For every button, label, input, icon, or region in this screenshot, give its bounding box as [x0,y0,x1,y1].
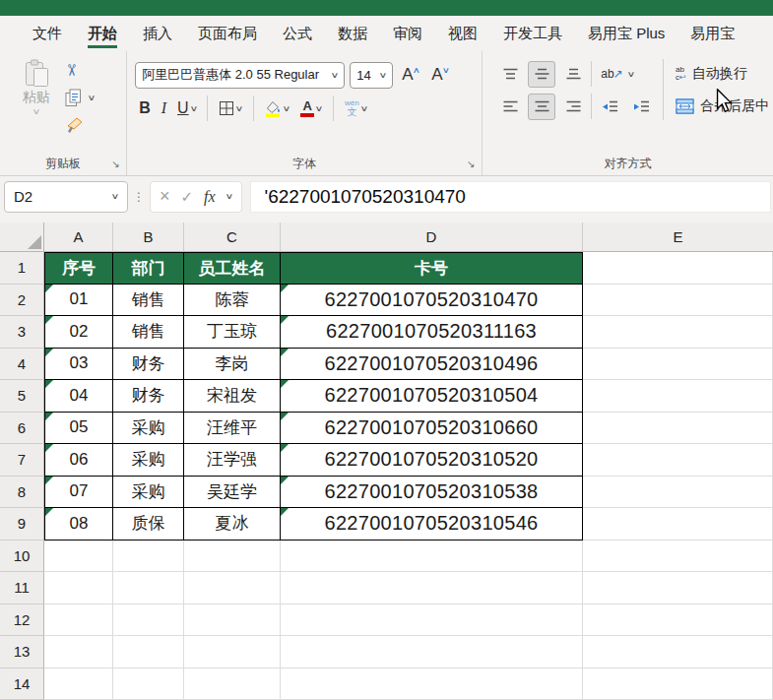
borders-button[interactable]: ∨ [219,100,242,116]
align-left-button[interactable] [496,94,524,120]
font-name-select[interactable]: 阿里巴巴普惠体 2.0 55 Regular ∨ [135,62,345,89]
enter-button[interactable]: ✓ [181,188,194,206]
cell-d7[interactable]: 6227001070520310520 [281,444,583,477]
cancel-button[interactable]: × [160,186,170,207]
cell-a7[interactable]: 06 [44,444,113,477]
cell-a1[interactable]: 序号 [44,252,113,285]
tab-file[interactable]: 文件 [20,16,75,51]
tab-formulas[interactable]: 公式 [270,16,325,51]
phonetic-guide-button[interactable]: wén 文 ∨ [345,99,367,117]
decrease-indent-button[interactable] [596,94,623,120]
align-center-button[interactable] [528,94,555,120]
paste-button[interactable]: 粘贴 ∨ [8,59,65,153]
column-header-d[interactable]: D [281,223,583,252]
cell-empty[interactable] [184,636,281,668]
cell-d6[interactable]: 6227001070520310660 [281,413,583,445]
column-header-c[interactable]: C [184,223,281,252]
cell-empty[interactable] [281,572,583,605]
tab-data[interactable]: 数据 [325,16,380,51]
font-size-select[interactable]: 14 ∨ [350,62,393,89]
cell-empty[interactable] [184,605,281,637]
cell-empty[interactable] [583,380,773,413]
cell-b6[interactable]: 采购 [113,413,184,445]
row-header[interactable]: 6 [0,413,44,445]
cell-empty[interactable] [583,605,773,637]
cell-c8[interactable]: 吴廷学 [184,477,281,509]
cell-d2-active[interactable]: 6227001070520310470 [281,285,583,317]
tab-page-layout[interactable]: 页面布局 [185,16,270,51]
cell-empty[interactable] [583,349,773,381]
cell-b5[interactable]: 财务 [113,380,184,413]
tab-insert[interactable]: 插入 [130,16,185,51]
align-middle-button[interactable] [528,61,555,88]
cell-empty[interactable] [44,636,113,668]
column-header-a[interactable]: A [44,223,113,252]
cell-empty[interactable] [44,572,113,605]
cell-empty[interactable] [583,508,773,541]
cell-b8[interactable]: 采购 [113,477,184,509]
row-header[interactable]: 5 [0,380,44,413]
cell-a9[interactable]: 08 [44,508,113,541]
insert-function-button[interactable]: fx [204,188,216,206]
cell-empty[interactable] [583,477,773,509]
cell-c5[interactable]: 宋祖发 [184,380,281,413]
tab-yiyongbao[interactable]: 易用宝 [677,16,747,51]
cell-b4[interactable]: 财务 [113,349,184,381]
align-bottom-button[interactable] [559,61,587,88]
cell-a8[interactable]: 07 [44,477,113,509]
grow-font-button[interactable]: A ∧ [398,65,422,85]
cell-a5[interactable]: 04 [44,380,113,413]
cell-empty[interactable] [113,541,184,573]
cell-c2[interactable]: 陈蓉 [184,285,281,317]
tab-developer[interactable]: 开发工具 [490,16,575,51]
row-header[interactable]: 9 [0,508,44,541]
italic-button[interactable]: I [161,99,166,117]
cell-empty[interactable] [583,636,773,668]
cell-empty[interactable] [583,316,773,349]
row-header[interactable]: 12 [0,605,44,637]
cell-b7[interactable]: 采购 [113,444,184,477]
cell-empty[interactable] [113,605,184,637]
tab-yiyongbao-plus[interactable]: 易用宝 Plus [575,16,677,51]
cell-d8[interactable]: 6227001070520310538 [281,477,583,509]
cell-b1[interactable]: 部门 [113,252,184,285]
row-header[interactable]: 10 [0,541,44,573]
cell-b2[interactable]: 销售 [113,285,184,317]
cell-empty[interactable] [184,572,281,605]
cell-c3[interactable]: 丁玉琼 [184,316,281,349]
cell-a3[interactable]: 02 [44,316,113,349]
cell-empty[interactable] [583,572,773,605]
tab-home[interactable]: 开始 [75,16,130,51]
formula-bar-grip-icon[interactable]: ⋮ [133,190,145,204]
cell-c9[interactable]: 夏冰 [184,508,281,541]
cell-empty[interactable] [281,668,583,700]
cell-empty[interactable] [44,668,113,700]
cell-b9[interactable]: 质保 [113,508,184,541]
tab-view[interactable]: 视图 [435,16,490,51]
cell-a2[interactable]: 01 [44,285,113,317]
cell-a6[interactable]: 05 [44,413,113,445]
formula-input[interactable]: '6227001070520310470 [250,181,772,213]
cell-empty[interactable] [281,605,583,637]
increase-indent-button[interactable] [627,94,655,120]
align-top-button[interactable] [496,61,524,88]
row-header[interactable]: 3 [0,316,44,349]
cell-c4[interactable]: 李岗 [184,349,281,381]
cell-empty[interactable] [583,668,773,700]
row-header[interactable]: 14 [0,668,44,700]
tab-review[interactable]: 审阅 [380,16,435,51]
cell-empty[interactable] [583,413,773,445]
cell-empty[interactable] [44,605,113,637]
wrap-text-button[interactable]: ab c↩ 自动换行 [676,59,769,89]
underline-button[interactable]: U ∨ [177,99,196,117]
cell-empty[interactable] [113,572,184,605]
cell-empty[interactable] [113,636,184,668]
cell-empty[interactable] [583,285,773,317]
cell-empty[interactable] [281,636,583,668]
cell-empty[interactable] [583,444,773,477]
cell-empty[interactable] [281,541,583,573]
font-dialog-launcher-icon[interactable]: ↘ [467,159,477,169]
merge-center-button[interactable]: 合并后居中 [676,92,769,121]
cell-d9[interactable]: 6227001070520310546 [281,508,583,541]
cell-empty[interactable] [44,541,113,573]
